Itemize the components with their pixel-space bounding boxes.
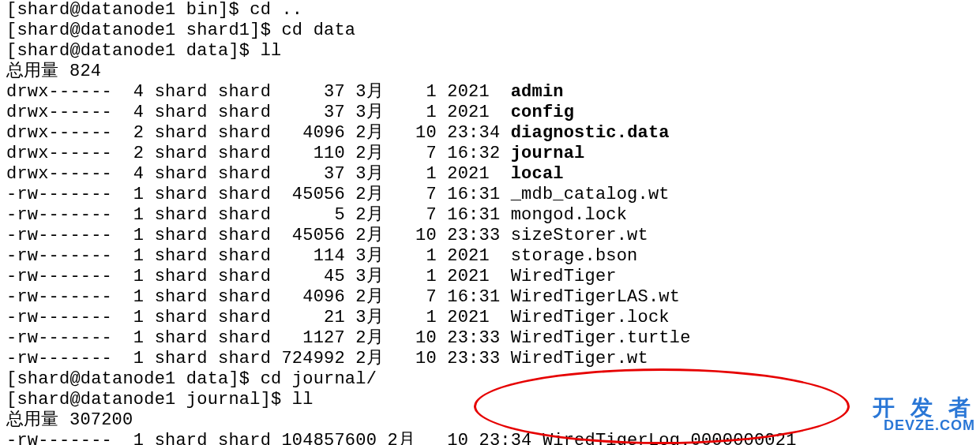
file-entry: -rw------- 1 shard shard 114 3月 1 2021 s… — [6, 246, 974, 267]
file-entry: drwx------ 4 shard shard 37 3月 1 2021 lo… — [6, 164, 974, 185]
total-line: 总用量 824 — [6, 62, 974, 82]
file-entry: -rw------- 1 shard shard 45 3月 1 2021 Wi… — [6, 267, 974, 287]
file-entry: -rw------- 1 shard shard 104857600 2月 10… — [6, 431, 974, 445]
file-entry: drwx------ 4 shard shard 37 3月 1 2021 ad… — [6, 82, 974, 103]
total-line: 总用量 307200 — [6, 410, 974, 431]
file-entry: drwx------ 2 shard shard 110 2月 7 16:32 … — [6, 144, 974, 164]
prompt-line: [shard@datanode1 data]$ cd journal/ — [6, 369, 974, 390]
prompt-line: [shard@datanode1 bin]$ cd .. — [6, 0, 974, 21]
terminal-output[interactable]: [shard@datanode1 bin]$ cd ..[shard@datan… — [0, 0, 980, 445]
file-entry: -rw------- 1 shard shard 45056 2月 10 23:… — [6, 226, 974, 246]
file-entry: -rw------- 1 shard shard 21 3月 1 2021 Wi… — [6, 308, 974, 328]
file-entry: -rw------- 1 shard shard 45056 2月 7 16:3… — [6, 185, 974, 205]
file-entry: -rw------- 1 shard shard 1127 2月 10 23:3… — [6, 328, 974, 349]
prompt-line: [shard@datanode1 shard1]$ cd data — [6, 21, 974, 41]
file-entry: drwx------ 4 shard shard 37 3月 1 2021 co… — [6, 103, 974, 123]
file-entry: -rw------- 1 shard shard 4096 2月 7 16:31… — [6, 287, 974, 308]
file-entry: drwx------ 2 shard shard 4096 2月 10 23:3… — [6, 123, 974, 144]
file-entry: -rw------- 1 shard shard 724992 2月 10 23… — [6, 349, 974, 369]
prompt-line: [shard@datanode1 journal]$ ll — [6, 390, 974, 410]
prompt-line: [shard@datanode1 data]$ ll — [6, 41, 974, 62]
file-entry: -rw------- 1 shard shard 5 2月 7 16:31 mo… — [6, 205, 974, 226]
